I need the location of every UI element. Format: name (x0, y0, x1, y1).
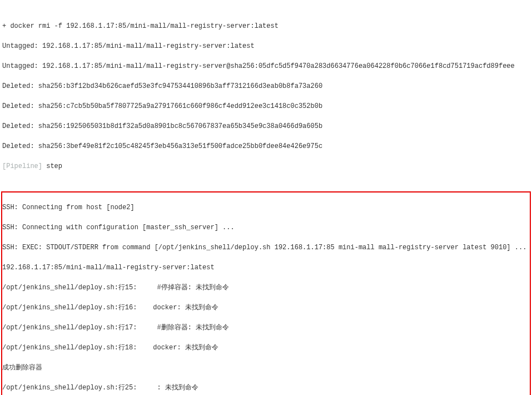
script-error-line: /opt/jenkins_shell/deploy.sh:行25: : 未找到命… (2, 383, 530, 393)
ssh-line: SSH: Connecting from host [node2] (2, 203, 530, 213)
script-error-line: /opt/jenkins_shell/deploy.sh:行16: docker… (2, 303, 530, 313)
script-error-line: /opt/jenkins_shell/deploy.sh:行18: docker… (2, 343, 530, 353)
ssh-line: SSH: Connecting with configuration [mast… (2, 223, 530, 233)
pipeline-line: [Pipeline] step (2, 161, 531, 171)
highlighted-section: SSH: Connecting from host [node2] SSH: C… (1, 191, 531, 395)
script-error-line: /opt/jenkins_shell/deploy.sh:行17: #删除容器:… (2, 323, 530, 333)
output-line: Deleted: sha256:1925065031b8d1f32a5d0a89… (2, 121, 531, 131)
pipeline-step: step (42, 162, 62, 170)
ssh-exec-line: SSH: EXEC: STDOUT/STDERR from command [/… (2, 243, 530, 253)
output-line: Untagged: 192.168.1.17:85/mini-mall/mall… (2, 61, 531, 71)
success-line: 成功删除容器 (2, 363, 530, 373)
output-line: 192.168.1.17:85/mini-mall/mall-registry-… (2, 263, 530, 273)
output-line: Deleted: sha256:3bef49e81f2c105c48245f3e… (2, 141, 531, 151)
output-line: Deleted: sha256:b3f12bd34b626caefd53e3fc… (2, 81, 531, 91)
pipeline-label: [Pipeline] (2, 162, 42, 170)
cmd-line: + docker rmi -f 192.168.1.17:85/mini-mal… (2, 21, 531, 31)
output-line: Untagged: 192.168.1.17:85/mini-mall/mall… (2, 41, 531, 51)
console-output: + docker rmi -f 192.168.1.17:85/mini-mal… (1, 1, 531, 395)
script-error-line: /opt/jenkins_shell/deploy.sh:行15: #停掉容器:… (2, 283, 530, 293)
console-top-section: + docker rmi -f 192.168.1.17:85/mini-mal… (1, 11, 531, 181)
output-line: Deleted: sha256:c7cb5b50ba5f7807725a9a27… (2, 101, 531, 111)
